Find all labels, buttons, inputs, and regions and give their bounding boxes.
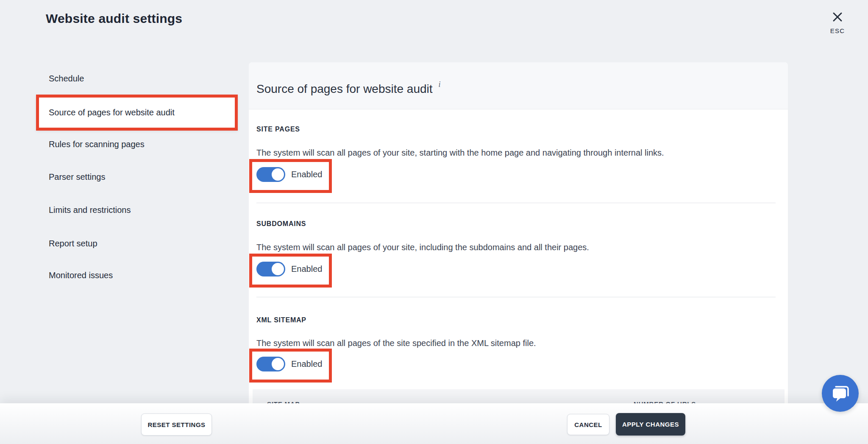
xml-sitemap-toggle-label: Enabled: [291, 359, 322, 369]
chat-widget-button[interactable]: [822, 375, 859, 412]
sidebar-item-limits-restrictions[interactable]: Limits and restrictions: [49, 205, 131, 215]
section-divider: [256, 203, 776, 203]
section-desc-subdomains: The system will scan all pages of your s…: [256, 243, 589, 252]
toggle-knob: [272, 168, 284, 181]
subdomains-toggle-label: Enabled: [291, 264, 322, 274]
sidebar-item-label: Source of pages for website audit: [49, 108, 175, 117]
column-header-site-map: SITE MAP: [267, 400, 300, 403]
cancel-button[interactable]: CANCEL: [567, 414, 609, 435]
settings-panel: [249, 62, 788, 403]
column-header-number-of-urls: NUMBER OF URLS: [634, 400, 696, 403]
close-button[interactable]: ESC: [822, 10, 853, 34]
section-label-subdomains: SUBDOMAINS: [256, 220, 306, 228]
panel-heading: Source of pages for website auditi: [256, 80, 441, 96]
reset-settings-button[interactable]: RESET SETTINGS: [141, 413, 212, 436]
esc-label: ESC: [822, 27, 853, 34]
toggle-knob: [272, 263, 284, 275]
sidebar-item-report-setup[interactable]: Report setup: [49, 239, 97, 249]
chat-icon: [831, 385, 850, 402]
section-label-site-pages: SITE PAGES: [256, 126, 300, 133]
sidebar-item-schedule[interactable]: Schedule: [49, 74, 84, 84]
panel-heading-text: Source of pages for website audit: [256, 82, 433, 95]
section-divider: [256, 297, 776, 297]
site-pages-toggle[interactable]: [256, 167, 285, 182]
section-desc-xml-sitemap: The system will scan all pages of the si…: [256, 338, 536, 348]
sidebar-item-source-of-pages-selected[interactable]: Source of pages for website audit: [36, 95, 238, 131]
sidebar-item-parser-settings[interactable]: Parser settings: [49, 172, 105, 182]
apply-changes-button[interactable]: APPLY CHANGES: [616, 413, 685, 436]
sidebar-item-rules-for-scanning[interactable]: Rules for scanning pages: [49, 140, 145, 149]
info-icon[interactable]: i: [439, 80, 441, 89]
toggle-knob: [272, 358, 284, 370]
sidebar-item-monitored-issues[interactable]: Monitored issues: [49, 271, 113, 280]
site-pages-toggle-label: Enabled: [291, 170, 322, 179]
xml-sitemap-toggle[interactable]: [256, 357, 285, 371]
section-desc-site-pages: The system will scan all pages of your s…: [256, 148, 664, 158]
close-icon[interactable]: [831, 10, 844, 24]
sitemap-table-header: SITE MAP NUMBER OF URLS: [253, 389, 785, 403]
footer-bar: RESET SETTINGS CANCEL APPLY CHANGES: [0, 403, 868, 444]
section-label-xml-sitemap: XML SITEMAP: [256, 316, 306, 324]
website-audit-settings-modal: Website audit settings ESC Schedule Sour…: [0, 0, 868, 444]
page-title: Website audit settings: [46, 11, 182, 26]
subdomains-toggle[interactable]: [256, 262, 285, 276]
